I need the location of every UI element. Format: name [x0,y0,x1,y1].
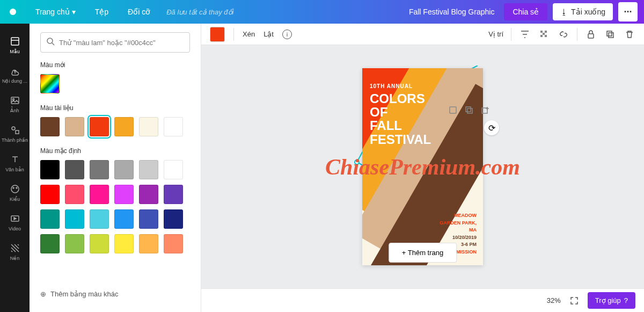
color-swatch[interactable] [40,160,60,179]
page-actions [448,105,491,116]
svg-rect-25 [466,107,471,112]
color-picker-swatch[interactable] [40,74,60,93]
color-swatch[interactable] [65,209,84,229]
bottom-bar: 32% Trợ giúp? [201,288,644,312]
color-swatch[interactable] [90,234,109,253]
share-button[interactable]: Chia sẻ [504,3,547,20]
color-search[interactable] [40,32,190,53]
plus-icon: ⊕ [40,290,46,298]
fullscreen-icon[interactable] [568,295,580,307]
color-swatch[interactable] [90,117,109,136]
search-input[interactable] [59,39,184,47]
color-swatch[interactable] [114,160,134,179]
color-swatch[interactable] [114,185,134,204]
text-icon [9,154,21,165]
crop-button[interactable]: Xén [243,30,255,38]
svg-point-7 [11,185,19,193]
color-swatch[interactable] [164,160,183,179]
color-swatch[interactable] [114,209,134,229]
svg-rect-18 [588,34,594,38]
delete-icon[interactable] [624,28,635,40]
cloud-icon [9,65,21,77]
download-icon: ⭳ [560,8,568,16]
save-status: Đã lưu tất cả thay đổi [166,8,233,16]
color-swatch[interactable] [40,185,60,204]
sidebar-styles[interactable]: Kiểu [2,178,28,207]
poster-title[interactable]: COLORSOFFALLFESTIVAL [370,92,431,146]
sidebar-video[interactable]: Video [2,207,28,237]
color-swatch[interactable] [40,234,60,253]
nav-resize[interactable]: Đổi cỡ [120,4,158,19]
color-swatch[interactable] [139,209,158,229]
nav-home[interactable]: Trang chủ ▾ [28,4,83,19]
new-color-label: Màu mới [40,61,190,69]
zoom-level[interactable]: 32% [547,296,561,304]
svg-rect-17 [545,35,547,37]
color-swatch[interactable] [90,185,109,204]
color-swatch[interactable] [90,209,109,229]
color-swatch[interactable] [164,185,183,204]
sync-icon[interactable]: ⟳ [484,120,499,135]
more-button[interactable]: ··· [618,2,638,21]
svg-point-11 [47,38,53,43]
flip-button[interactable]: Lật [264,30,274,38]
poster-subtitle[interactable]: 10TH ANNUAL [370,83,413,89]
svg-rect-26 [467,108,472,113]
lock-icon[interactable] [585,28,597,40]
sidebar-elements[interactable]: Thành phần [2,119,28,148]
nav-file[interactable]: Tệp [87,4,116,19]
document-title[interactable]: Fall Festival Blog Graphic [409,8,495,16]
duplicate-icon[interactable] [604,28,616,40]
color-swatch[interactable] [139,117,158,136]
default-swatches [40,160,190,253]
color-swatch[interactable] [65,185,84,204]
color-swatch[interactable] [164,117,183,136]
add-page-button[interactable]: + Thêm trang [389,243,457,263]
color-swatch[interactable] [114,234,134,253]
help-button[interactable]: Trợ giúp? [588,292,635,309]
header-left: Trang chủ ▾ Tệp Đổi cỡ Đã lưu tất cả tha… [6,4,233,19]
download-button[interactable]: ⭳Tải xuống [553,3,613,20]
transparency-icon[interactable] [538,28,550,40]
copy-page-icon[interactable] [464,105,475,116]
color-swatch[interactable] [139,185,158,204]
sidebar-templates[interactable]: Mẫu [2,30,28,60]
sidebar-background[interactable]: Nền [2,237,28,266]
add-page-icon[interactable] [480,105,491,116]
divider [233,28,234,41]
color-swatch[interactable] [139,234,158,253]
templates-icon [9,35,21,47]
header-right: Fall Festival Blog Graphic Chia sẻ ⭳Tải … [409,2,638,21]
svg-rect-16 [540,35,543,37]
color-swatch[interactable] [65,234,84,253]
filter-icon[interactable] [519,28,531,40]
canvas-wrap[interactable]: ChiasePremium.com ⟳ 10TH ANNUAL COLORSOF… [201,45,644,288]
color-swatch[interactable] [90,160,109,179]
search-icon [46,37,55,48]
color-swatch[interactable] [65,160,84,179]
divider [511,28,511,41]
notes-icon[interactable] [448,105,459,116]
sidebar-uploads[interactable]: Nội dung ... [2,60,28,89]
fill-color-swatch[interactable] [210,27,225,42]
info-icon[interactable]: i [282,30,292,39]
color-swatch[interactable] [65,117,84,136]
position-button[interactable]: Vị trí [488,30,503,38]
sidebar: Mẫu Nội dung ... Ảnh Thành phần Văn bản … [0,24,30,312]
svg-point-0 [10,9,16,15]
color-swatch[interactable] [40,209,60,229]
color-swatch[interactable] [139,160,158,179]
link-icon[interactable] [558,28,569,40]
selection-handle[interactable] [354,159,360,165]
add-palette-button[interactable]: ⊕Thêm bảng màu khác [40,285,190,303]
color-swatch[interactable] [164,209,183,229]
color-swatch[interactable] [40,117,60,136]
doc-colors-label: Màu tài liệu [40,104,190,112]
color-swatch[interactable] [164,234,183,253]
default-colors-label: Màu mặc định [40,147,190,155]
color-swatch[interactable] [114,117,134,136]
artboard[interactable]: 10TH ANNUAL COLORSOFFALLFESTIVAL MEADOW … [362,68,483,265]
logo[interactable] [6,5,19,18]
sidebar-text[interactable]: Văn bản [2,148,28,178]
sidebar-photos[interactable]: Ảnh [2,89,28,119]
